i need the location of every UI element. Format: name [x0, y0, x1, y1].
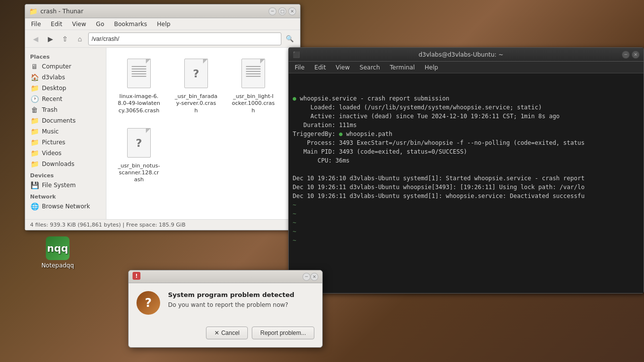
sidebar-item-music[interactable]: 📁 Music [25, 126, 106, 137]
sidebar-label-computer: Computer [42, 63, 71, 70]
terminal-window: ⬛ d3vlabs@d3vlabs-Ubuntu: ~ ─ ✕ File Edi… [288, 47, 644, 294]
svg-text:!: ! [135, 273, 137, 279]
system-dialog: ! ─ ✕ ? System program problem detected … [128, 270, 323, 348]
dialog-close-button[interactable]: ✕ [310, 273, 318, 281]
menu-go[interactable]: Go [94, 20, 106, 29]
terminal-menu-edit[interactable]: Edit [312, 63, 328, 72]
notepadqq-icon: nqq [46, 236, 69, 260]
home-icon: 🏠 [30, 73, 39, 81]
cancel-button[interactable]: ✕ Cancel [206, 327, 248, 339]
notepadqq-desktop-icon[interactable]: nqq Notepadqq [40, 236, 75, 269]
sidebar-item-desktop[interactable]: 📁 Desktop [25, 83, 106, 94]
terminal-menu-file[interactable]: File [293, 63, 306, 72]
thunar-window-icon: 📁 [29, 7, 37, 15]
file-item-light-locker[interactable]: _usr_bin_light-locker.1000.crash [229, 56, 278, 117]
up-button[interactable]: ⇧ [59, 33, 71, 45]
file-name-notus: _usr_bin_notus-scanner.128.crash [117, 163, 161, 184]
menu-edit[interactable]: Edit [49, 20, 64, 29]
sidebar-item-videos[interactable]: 📁 Videos [25, 148, 106, 159]
maximize-button[interactable]: □ [278, 7, 286, 15]
cancel-icon: ✕ [214, 329, 219, 336]
sidebar-item-downloads[interactable]: 📁 Downloads [25, 159, 106, 169]
dialog-message: Do you want to report the problem now? [168, 301, 314, 308]
terminal-menu-search[interactable]: Search [358, 63, 382, 72]
forward-button[interactable]: ▶ [44, 33, 57, 45]
sidebar-item-trash[interactable]: 🗑 Trash [25, 104, 106, 115]
sidebar-label-trash: Trash [42, 106, 58, 113]
terminal-titlebar: ⬛ d3vlabs@d3vlabs-Ubuntu: ~ ─ ✕ [289, 48, 644, 62]
location-bar[interactable] [88, 33, 281, 45]
sidebar-item-browse-network[interactable]: 🌐 Browse Network [25, 201, 106, 212]
filesystem-icon: 💾 [30, 181, 39, 189]
thunar-toolbar: ◀ ▶ ⇧ ⌂ 🔍 [25, 30, 300, 48]
sidebar-item-filesystem[interactable]: 💾 File System [25, 180, 106, 191]
file-item-faraday[interactable]: ? _usr_bin_faraday-server.0.crash [171, 56, 221, 117]
thunar-main-content: Places 🖥 Computer 🏠 d3vlabs 📁 Desktop 🕐 … [25, 48, 300, 219]
file-icon-light-locker [240, 59, 266, 90]
thunar-title: crash - Thunar [40, 8, 83, 15]
computer-icon: 🖥 [30, 63, 39, 70]
desktop-icon: 📁 [30, 84, 39, 92]
status-text: 4 files: 939.3 KiB (961,861 bytes) | Fre… [30, 222, 185, 228]
sidebar-item-recent[interactable]: 🕐 Recent [25, 94, 106, 104]
home-button[interactable]: ⌂ [73, 33, 86, 45]
dialog-text-area: System program problem detected Do you w… [168, 291, 314, 308]
file-name-light-locker: _usr_bin_light-locker.1000.crash [232, 93, 275, 114]
search-button[interactable]: 🔍 [283, 33, 296, 45]
menu-help[interactable]: Help [155, 20, 172, 29]
file-area: linux-image-6.8.0-49-lowlatency.30656.cr… [106, 48, 300, 219]
sidebar-label-filesystem: File System [42, 182, 76, 189]
pictures-icon: 📁 [30, 138, 39, 146]
menu-view[interactable]: View [70, 20, 88, 29]
terminal-close-button[interactable]: ✕ [632, 51, 640, 59]
dialog-minimize-button[interactable]: ─ [303, 273, 310, 281]
close-button[interactable]: ✕ [288, 7, 296, 15]
terminal-menu-view[interactable]: View [334, 63, 351, 72]
file-item-notus[interactable]: ? _usr_bin_notus-scanner.128.crash [114, 125, 164, 187]
minimize-button[interactable]: ─ [269, 7, 276, 15]
notepadqq-label: Notepadqq [41, 262, 74, 269]
trash-icon: 🗑 [30, 106, 39, 114]
terminal-menu-terminal[interactable]: Terminal [388, 63, 417, 72]
sidebar-item-d3vlabs[interactable]: 🏠 d3vlabs [25, 72, 106, 83]
dialog-titlebar: ! ─ ✕ [129, 270, 322, 283]
sidebar-label-recent: Recent [42, 96, 62, 102]
thunar-titlebar: 📁 crash - Thunar ─ □ ✕ [25, 4, 300, 18]
dialog-buttons: ✕ Cancel Report problem... [129, 323, 322, 347]
sidebar-label-desktop: Desktop [42, 85, 67, 92]
file-icon-linux-image [126, 59, 152, 90]
sidebar-label-d3vlabs: d3vlabs [42, 74, 65, 81]
recent-icon: 🕐 [30, 95, 39, 103]
back-button[interactable]: ◀ [29, 33, 42, 45]
menu-bookmarks[interactable]: Bookmarks [112, 20, 149, 29]
sidebar-item-documents[interactable]: 📁 Documents [25, 115, 106, 126]
terminal-minimize-button[interactable]: ─ [622, 51, 630, 59]
dialog-body: ? System program problem detected Do you… [129, 283, 322, 323]
report-label: Report problem... [260, 329, 306, 336]
videos-icon: 📁 [30, 149, 39, 157]
file-icon-faraday: ? [183, 59, 209, 90]
terminal-menu-bar: File Edit View Search Terminal Help [289, 62, 644, 73]
downloads-icon: 📁 [30, 160, 39, 168]
file-item-linux-image[interactable]: linux-image-6.8.0-49-lowlatency.30656.cr… [114, 56, 164, 117]
menu-file[interactable]: File [29, 20, 43, 29]
warning-icon: ? [136, 291, 160, 315]
sidebar-label-downloads: Downloads [42, 161, 74, 167]
terminal-menu-help[interactable]: Help [423, 63, 440, 72]
terminal-window-icon: ⬛ [293, 51, 300, 58]
report-problem-button[interactable]: Report problem... [252, 327, 314, 339]
music-icon: 📁 [30, 128, 39, 135]
sidebar-label-music: Music [42, 128, 59, 135]
file-icon-notus: ? [126, 128, 152, 160]
sidebar-label-browse-network: Browse Network [42, 203, 90, 210]
file-name-linux-image: linux-image-6.8.0-49-lowlatency.30656.cr… [117, 93, 161, 114]
terminal-content[interactable]: ● whoopsie.service - crash report submis… [289, 73, 644, 293]
thunar-menu-bar: File Edit View Go Bookmarks Help [25, 18, 300, 30]
documents-icon: 📁 [30, 117, 39, 125]
sidebar-label-documents: Documents [42, 117, 75, 124]
sidebar-item-computer[interactable]: 🖥 Computer [25, 61, 106, 72]
thunar-window: 📁 crash - Thunar ─ □ ✕ File Edit View Go… [25, 4, 301, 230]
sidebar-item-pictures[interactable]: 📁 Pictures [25, 137, 106, 148]
places-section-title: Places [25, 51, 106, 61]
file-name-faraday: _usr_bin_faraday-server.0.crash [174, 93, 218, 114]
